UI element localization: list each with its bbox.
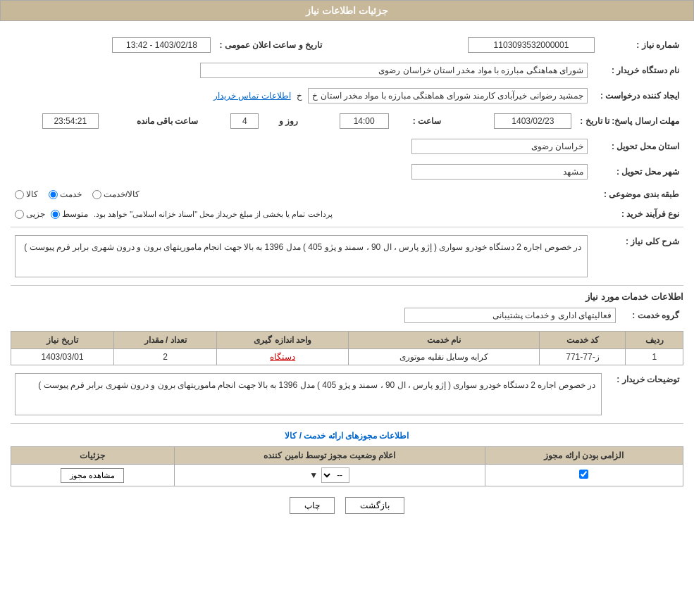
need-number-label: شماره نیاز : (599, 35, 683, 55)
process-jozi[interactable]: جزیی (15, 209, 45, 219)
perm-status-arrow: ▼ (309, 470, 318, 480)
process-note: پرداخت تمام یا بخشی از مبلغ خریداز محل "… (94, 210, 333, 219)
print-button[interactable]: چاپ (290, 497, 335, 514)
permission-section-title: اطلاعات مجوزهای ارائه خدمت / کالا (11, 431, 683, 441)
col-code: کد خدمت (540, 332, 626, 349)
announce-date-label: تاریخ و ساعت اعلان عمومی : (215, 35, 326, 55)
permission-table: الزامی بودن ارائه مجوز اعلام وضعیت مجوز … (11, 446, 683, 486)
perm-details-cell: مشاهده مجوز (11, 465, 175, 486)
perm-col-required: الزامی بودن ارائه مجوز (485, 447, 683, 465)
category-kala-label: کالا (26, 189, 38, 199)
need-desc-label: شرح کلی نیاز : (592, 233, 683, 279)
col-name: نام خدمت (349, 332, 540, 349)
process-type-label: نوع فرآیند خرید : (592, 207, 683, 221)
perm-table-row: -- ▼ مشاهده مجوز (11, 465, 683, 486)
category-kala-khidmat-label: کالا/خدمت (104, 189, 140, 199)
send-deadline-label: مهلت ارسال پاسخ: تا تاریخ : (576, 111, 683, 131)
buyer-desc-label: توضیحات خریدار : (606, 371, 683, 417)
send-deadline-time: 14:00 (340, 113, 389, 129)
creator-label: ایجاد کننده درخواست : (592, 86, 683, 106)
table-row: 1 ز-77-771 کرایه وسایل نقلیه موتوری دستگ… (11, 349, 683, 365)
need-number-value: 1103093532000001 (468, 37, 595, 53)
services-table: ردیف کد خدمت نام خدمت واحد اندازه گیری ت… (11, 331, 683, 365)
category-label: طبقه بندی موضوعی : (592, 187, 683, 201)
cell-code: ز-77-771 (540, 349, 626, 365)
cell-unit: دستگاه (217, 349, 349, 365)
province-value: خراسان رضوی (411, 139, 588, 154)
buyer-org-value: شورای هماهنگی مبارزه با مواد مخدر استان … (200, 63, 588, 78)
remaining-value: 23:54:21 (42, 113, 99, 129)
category-khidmat[interactable]: خدمت (49, 189, 82, 199)
remaining-label: ساعت باقی مانده (103, 111, 203, 131)
perm-col-status: اعلام وضعیت مجوز توسط نامین کننده (174, 447, 485, 465)
province-label: استان محل تحویل : (592, 137, 683, 156)
col-qty: تعداد / مقدار (114, 332, 217, 349)
creator-contact-link[interactable]: اطلاعات تماس خریدار (213, 91, 291, 101)
days-value: 4 (230, 113, 259, 129)
col-row: ردیف (626, 332, 683, 349)
perm-status-cell: -- ▼ (174, 465, 485, 486)
announce-date-value: 1403/02/18 - 13:42 (112, 37, 211, 53)
perm-col-details: جزئیات (11, 447, 175, 465)
category-kala-khidmat[interactable]: کالا/خدمت (92, 189, 140, 199)
buyer-org-label: نام دستگاه خریدار : (592, 61, 683, 80)
services-section-title: اطلاعات خدمات مورد نیاز (11, 291, 683, 302)
send-deadline-date: 1403/02/23 (494, 113, 571, 129)
days-label: روز و (263, 111, 302, 131)
category-kala[interactable]: کالا (15, 189, 38, 199)
col-date: تاریخ نیاز (11, 332, 114, 349)
buyer-desc-content: در خصوص اجاره 2 دستگاه خودرو سواری ( إژو… (15, 373, 602, 415)
send-deadline-time-label: ساعت : (393, 111, 445, 131)
view-permit-button[interactable]: مشاهده مجوز (61, 468, 124, 483)
col-unit: واحد اندازه گیری (217, 332, 349, 349)
cell-name: کرایه وسایل نقلیه موتوری (349, 349, 540, 365)
service-group-label: گروه خدمت : (620, 306, 683, 325)
perm-required-cell (485, 465, 683, 486)
perm-required-checkbox[interactable] (579, 470, 588, 479)
perm-status-select[interactable]: -- (321, 467, 349, 483)
page-title: جزئیات اطلاعات نیاز (306, 5, 388, 16)
service-group-value: فعالیتهای اداری و خدمات پشتیبانی (404, 308, 616, 323)
cell-date: 1403/03/01 (11, 349, 114, 365)
cell-row: 1 (626, 349, 683, 365)
need-desc-content: در خصوص اجاره 2 دستگاه خودرو سواری ( إژو… (15, 235, 588, 277)
page-header: جزئیات اطلاعات نیاز (0, 0, 694, 21)
process-mutawaset[interactable]: متوسط (51, 209, 88, 219)
back-button[interactable]: بازگشت (345, 497, 404, 514)
city-value: مشهد (411, 164, 588, 180)
creator-value: جمشید رضوانی خیرآبادی کارمند شورای هماهن… (308, 88, 588, 103)
category-khidmat-label: خدمت (60, 189, 82, 199)
city-label: شهر محل تحویل : (592, 162, 683, 182)
footer-buttons: بازگشت چاپ (11, 497, 683, 528)
cell-qty: 2 (114, 349, 217, 365)
